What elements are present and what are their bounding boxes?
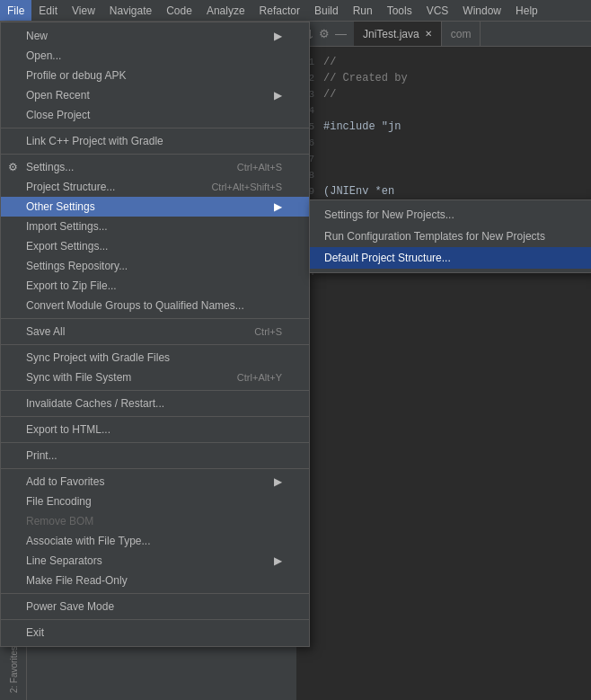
menu-build[interactable]: Build bbox=[307, 0, 346, 21]
sidebar-favorites[interactable]: 2: Favorites bbox=[0, 638, 27, 700]
menu-item-import-settings[interactable]: Import Settings... bbox=[1, 217, 309, 236]
settings-icon[interactable]: ⚙ bbox=[319, 27, 330, 40]
code-line: 7 bbox=[296, 151, 591, 167]
tab-label: com bbox=[451, 28, 472, 40]
separator bbox=[1, 442, 309, 443]
separator bbox=[1, 390, 309, 391]
menu-item-associate-file-type[interactable]: Associate with File Type... bbox=[1, 531, 309, 551]
menu-item-invalidate-caches[interactable]: Invalidate Caches / Restart... bbox=[1, 394, 309, 413]
menu-view[interactable]: View bbox=[65, 0, 102, 21]
separator bbox=[1, 416, 309, 417]
separator bbox=[1, 318, 309, 319]
menu-item-open[interactable]: Open... bbox=[1, 46, 309, 66]
menu-item-export-zip[interactable]: Export to Zip File... bbox=[1, 276, 309, 296]
menu-file[interactable]: File bbox=[0, 0, 31, 21]
menu-run[interactable]: Run bbox=[346, 0, 380, 21]
submenu-item-settings-new-projects[interactable]: Settings for New Projects... bbox=[310, 204, 591, 226]
menu-window[interactable]: Window bbox=[455, 0, 508, 21]
code-line: 3 // bbox=[296, 86, 591, 102]
menu-item-export-settings[interactable]: Export Settings... bbox=[1, 236, 309, 256]
editor-tabs: ⇅ ⚙ — JniTest.java ✕ com bbox=[296, 22, 591, 47]
menu-item-link-cpp[interactable]: Link C++ Project with Gradle bbox=[1, 131, 309, 151]
menu-item-open-recent[interactable]: Open Recent ▶ bbox=[1, 85, 309, 105]
menu-item-sync-filesystem[interactable]: Sync with File System Ctrl+Alt+Y bbox=[1, 368, 309, 387]
submenu-item-run-config-templates[interactable]: Run Configuration Templates for New Proj… bbox=[310, 226, 591, 247]
menu-item-print[interactable]: Print... bbox=[1, 446, 309, 465]
menu-item-sync-gradle[interactable]: Sync Project with Gradle Files bbox=[1, 348, 309, 368]
menu-item-new[interactable]: New ▶ bbox=[1, 26, 309, 46]
submenu-item-default-project-structure[interactable]: Default Project Structure... bbox=[310, 247, 591, 269]
tab-jnitest[interactable]: JniTest.java ✕ bbox=[354, 22, 442, 46]
separator bbox=[1, 344, 309, 345]
menu-item-make-read-only[interactable]: Make File Read-Only bbox=[1, 571, 309, 590]
settings-icon: ⚙ bbox=[8, 161, 18, 173]
menu-help[interactable]: Help bbox=[508, 0, 545, 21]
tab-label: JniTest.java bbox=[363, 28, 419, 40]
separator bbox=[1, 154, 309, 155]
menu-edit[interactable]: Edit bbox=[31, 0, 65, 21]
menu-item-line-separators[interactable]: Line Separators ▶ bbox=[1, 551, 309, 571]
menu-item-file-encoding[interactable]: File Encoding bbox=[1, 492, 309, 511]
editor-area: ⇅ ⚙ — JniTest.java ✕ com 1 // 2 // Creat… bbox=[296, 22, 591, 700]
menu-item-other-settings[interactable]: Other Settings ▶ bbox=[1, 197, 309, 217]
code-line: 5 #include "jn bbox=[296, 119, 591, 135]
code-line: 6 bbox=[296, 135, 591, 151]
menu-navigate[interactable]: Navigate bbox=[102, 0, 159, 21]
menu-analyze[interactable]: Analyze bbox=[199, 0, 252, 21]
menu-vcs[interactable]: VCS bbox=[419, 0, 456, 21]
menu-bar: File Edit View Navigate Code Analyze Ref… bbox=[0, 0, 591, 22]
file-menu-dropdown: New ▶ Open... Profile or debug APK Open … bbox=[0, 22, 310, 647]
menu-item-convert-module[interactable]: Convert Module Groups to Qualified Names… bbox=[1, 296, 309, 315]
code-line: 2 // Created by bbox=[296, 70, 591, 86]
menu-item-remove-bom: Remove BOM bbox=[1, 511, 309, 531]
menu-refactor[interactable]: Refactor bbox=[252, 0, 307, 21]
code-line: 4 bbox=[296, 102, 591, 119]
code-line: 9 (JNIEnv *en bbox=[296, 183, 591, 199]
menu-item-settings-repo[interactable]: Settings Repository... bbox=[1, 256, 309, 276]
separator bbox=[1, 619, 309, 620]
other-settings-submenu: Settings for New Projects... Run Configu… bbox=[309, 199, 591, 273]
menu-item-add-favorites[interactable]: Add to Favorites ▶ bbox=[1, 472, 309, 492]
code-line: 1 // bbox=[296, 54, 591, 70]
menu-item-export-html[interactable]: Export to HTML... bbox=[1, 420, 309, 439]
tab-com[interactable]: com bbox=[442, 22, 481, 46]
menu-item-save-all[interactable]: Save All Ctrl+S bbox=[1, 322, 309, 341]
menu-item-power-save[interactable]: Power Save Mode bbox=[1, 597, 309, 616]
code-line: 8 bbox=[296, 167, 591, 183]
separator bbox=[1, 128, 309, 128]
separator bbox=[1, 468, 309, 469]
menu-code[interactable]: Code bbox=[159, 0, 199, 21]
menu-item-exit[interactable]: Exit bbox=[1, 623, 309, 642]
menu-item-profile-apk[interactable]: Profile or debug APK bbox=[1, 66, 309, 85]
minus-icon[interactable]: — bbox=[335, 27, 347, 40]
separator bbox=[1, 593, 309, 594]
menu-item-settings[interactable]: ⚙ Settings... Ctrl+Alt+S bbox=[1, 157, 309, 177]
close-icon[interactable]: ✕ bbox=[425, 29, 432, 39]
menu-tools[interactable]: Tools bbox=[380, 0, 419, 21]
menu-item-project-structure[interactable]: Project Structure... Ctrl+Alt+Shift+S bbox=[1, 177, 309, 197]
menu-item-close-project[interactable]: Close Project bbox=[1, 105, 309, 125]
